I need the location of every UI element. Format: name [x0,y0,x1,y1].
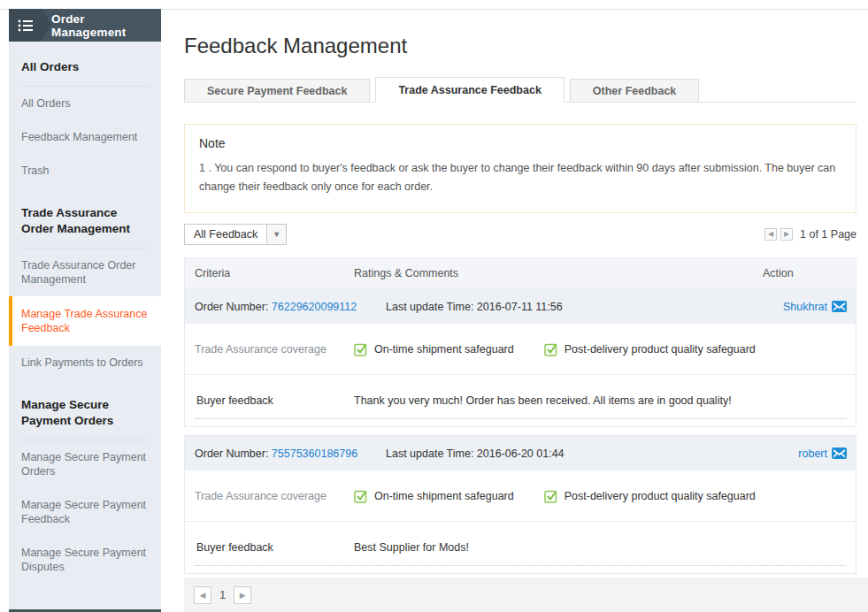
hamburger-menu-icon [18,19,34,32]
last-update-value: 2016-06-20 01:44 [477,448,565,460]
buyer-feedback-row: Buyer feedback Best Supplier for Mods! [185,522,856,573]
dotted-divider [195,565,846,566]
sidebar-item-link-payments-to-orders[interactable]: Link Payments to Orders [9,346,161,379]
sidebar-section-header: Manage Secure Payment Orders [9,383,161,440]
green-check-icon [354,489,368,503]
menu-toggle-button[interactable] [9,9,42,42]
order-number-link[interactable]: 76229620099112 [272,301,357,313]
sidebar-section-trade-assurance: Trade Assurance Order Management Trade A… [9,187,161,379]
sidebar-item-all-orders[interactable]: All Orders [9,87,161,120]
order-number-label: Order Number: [195,448,268,460]
green-check-icon [354,342,368,356]
pagination-top: ◀ ▶ 1 of 1 Page [764,228,856,241]
buyer-name-link[interactable]: Shukhrat [783,301,827,313]
sidebar-title: Order Management [51,9,161,42]
sidebar-item-manage-secure-payment-feedback[interactable]: Manage Secure Payment Feedback [9,488,161,536]
order-number-cell: Order Number: 75575360186796 [185,448,354,460]
coverage-label: Trade Assurance coverage [185,490,354,502]
last-update-cell: Last update Time: 2016-06-20 01:44 [354,448,758,460]
dotted-divider [195,418,846,419]
main-content: Feedback Management Secure Payment Feedb… [184,10,856,574]
page: Order Management All Orders All Orders F… [0,0,868,612]
coverage-item: On-time shipment safeguard [354,342,514,356]
current-page-number[interactable]: 1 [219,588,226,601]
coverage-text: Post-delivery product quality safeguard [565,490,756,502]
sidebar-item-trade-assurance-order-management[interactable]: Trade Assurance Order Management [9,249,161,296]
sidebar-header: Order Management [9,9,161,42]
order-header-row: Order Number: 75575360186796 Last update… [185,436,856,470]
last-update-cell: Last update Time: 2016-07-11 11:56 [354,301,758,313]
coverage-row: Trade Assurance coverage On-time shipmen… [185,470,856,522]
header-criteria: Criteria [185,267,354,279]
green-check-icon [544,342,558,356]
order-number-cell: Order Number: 76229620099112 [185,301,354,313]
order-action-cell: Shukhrat [758,301,856,313]
coverage-text: On-time shipment safeguard [374,490,514,502]
feedback-filter-dropdown[interactable]: All Feedback ▼ [184,224,287,245]
sidebar-section-all-orders: All Orders All Orders Feedback Managemen… [9,42,161,187]
buyer-feedback-text: Thank you very much! Order has been rece… [354,394,856,407]
sidebar-item-feedback-management[interactable]: Feedback Management [9,120,161,154]
page-title: Feedback Management [184,34,856,58]
coverage-items: On-time shipment safeguard Post-delivery… [354,489,856,503]
sidebar-section-secure-payment: Manage Secure Payment Orders Manage Secu… [9,379,161,584]
chevron-right-icon [42,9,51,41]
sidebar-item-manage-secure-payment-disputes[interactable]: Manage Secure Payment Disputes [9,536,161,584]
buyer-feedback-row: Buyer feedback Thank you very much! Orde… [185,375,856,426]
sidebar-section-header: Trade Assurance Order Management [9,191,161,248]
order-number-label: Order Number: [195,301,268,313]
order-action-cell: robert [758,448,856,460]
coverage-row: Trade Assurance coverage On-time shipmen… [185,324,856,375]
order-group: Order Number: 75575360186796 Last update… [184,435,856,574]
message-icon[interactable] [832,448,847,459]
last-update-label: Last update Time: [386,301,473,313]
filter-row: All Feedback ▼ ◀ ▶ 1 of 1 Page [184,224,856,245]
buyer-name-link[interactable]: robert [798,448,827,460]
header-action: Action [763,267,856,279]
green-check-icon [544,489,558,503]
coverage-item: Post-delivery product quality safeguard [544,489,756,503]
tab-trade-assurance-feedback[interactable]: Trade Assurance Feedback [375,77,564,103]
note-body: 1 . You can respond to buyer's feedback … [199,159,841,196]
note-title: Note [199,136,841,150]
sidebar-section-header: All Orders [9,45,161,86]
tab-bar: Secure Payment Feedback Trade Assurance … [184,77,856,103]
order-group: Order Number: 76229620099112 Last update… [184,289,856,427]
coverage-text: Post-delivery product quality safeguard [565,343,756,356]
next-page-button[interactable]: ▶ [780,228,793,241]
coverage-items: On-time shipment safeguard Post-delivery… [354,342,856,356]
chevron-down-icon: ▼ [266,225,286,244]
message-icon[interactable] [832,301,847,312]
next-page-button[interactable]: ▶ [234,586,251,604]
buyer-feedback-label: Buyer feedback [185,394,354,407]
tab-other-feedback[interactable]: Other Feedback [570,79,699,103]
pagination-bottom: ◀ 1 ▶ [184,578,868,612]
last-update-value: 2016-07-11 11:56 [477,301,563,313]
order-number-link[interactable]: 75575360186796 [272,448,357,460]
last-update-label: Last update Time: [386,448,473,460]
buyer-feedback-label: Buyer feedback [185,541,354,554]
coverage-text: On-time shipment safeguard [374,343,514,356]
prev-page-button[interactable]: ◀ [194,586,211,604]
order-header-row: Order Number: 76229620099112 Last update… [185,289,856,324]
sidebar-item-manage-trade-assurance-feedback[interactable]: Manage Trade Assurance Feedback [9,296,161,346]
header-ratings-comments: Ratings & Comments [354,267,763,279]
sidebar-item-trash[interactable]: Trash [9,154,161,187]
note-box: Note 1 . You can respond to buyer's feed… [184,124,856,213]
feedback-filter-value: All Feedback [185,225,266,244]
feedback-table: Criteria Ratings & Comments Action Order… [184,257,856,574]
coverage-item: On-time shipment safeguard [354,489,514,503]
coverage-item: Post-delivery product quality safeguard [544,342,756,356]
tab-secure-payment-feedback[interactable]: Secure Payment Feedback [184,79,370,103]
buyer-feedback-text: Best Supplier for Mods! [354,541,856,554]
prev-page-button[interactable]: ◀ [764,228,777,241]
coverage-label: Trade Assurance coverage [185,343,354,356]
sidebar: Order Management All Orders All Orders F… [9,9,161,612]
table-header-row: Criteria Ratings & Comments Action [184,257,856,289]
page-indicator: 1 of 1 Page [800,228,856,241]
sidebar-item-manage-secure-payment-orders[interactable]: Manage Secure Payment Orders [9,440,161,488]
